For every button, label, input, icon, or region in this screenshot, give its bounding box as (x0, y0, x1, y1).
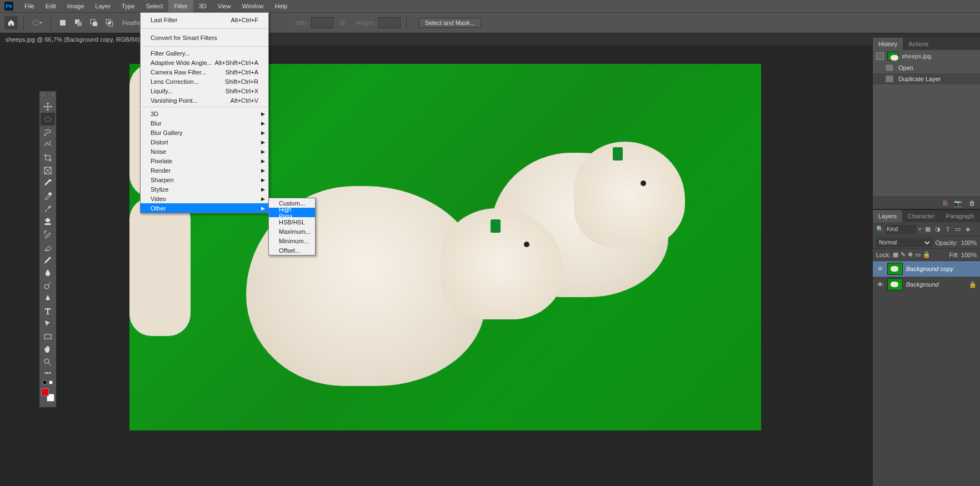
rectangle-tool[interactable] (41, 330, 55, 343)
dodge-tool[interactable] (41, 279, 55, 292)
history-step-open[interactable]: Open (873, 62, 980, 73)
filter-adjust-icon[interactable]: ◑ (934, 226, 942, 233)
document-tab[interactable]: sheeps.jpg @ 66,7% (Background copy, RGB… (0, 33, 158, 46)
menu-stylize-sub[interactable]: Stylize▶ (141, 184, 268, 194)
swap-dimensions-icon[interactable]: ⇄ (337, 17, 349, 29)
menu-window[interactable]: Window (236, 0, 269, 12)
move-tool[interactable] (41, 100, 55, 113)
add-selection-icon[interactable] (72, 17, 84, 29)
menu-filter[interactable]: Filter (168, 0, 193, 12)
eraser-tool[interactable] (41, 241, 55, 253)
tab-history[interactable]: History (873, 38, 903, 50)
filter-shape-icon[interactable]: ▭ (954, 226, 962, 233)
filter-smart-icon[interactable]: ◈ (964, 226, 972, 233)
lock-pixels-icon[interactable]: ✎ (901, 251, 906, 258)
tab-character[interactable]: Character (902, 210, 940, 222)
menu-liquify[interactable]: Liquify...Shift+Ctrl+X (141, 86, 268, 96)
create-document-icon[interactable]: ⎘ (943, 199, 947, 207)
height-input[interactable] (378, 17, 401, 28)
foreground-color-swatch[interactable] (41, 388, 49, 396)
menu-last-filter[interactable]: Last FilterAlt+Ctrl+F (141, 13, 268, 27)
eyedropper-tool[interactable] (41, 177, 55, 189)
toolbox-header[interactable]: ››× (39, 91, 56, 98)
foreground-background-colors[interactable] (41, 388, 54, 402)
menu-edit[interactable]: Edit (40, 0, 62, 12)
history-document[interactable]: sheeps.jpg (873, 50, 980, 62)
quick-select-tool[interactable] (41, 138, 55, 151)
menu-maximum[interactable]: Maximum... (269, 227, 315, 236)
lasso-tool[interactable] (41, 126, 55, 138)
edit-toolbar[interactable]: ••• (41, 368, 55, 377)
menu-noise-sub[interactable]: Noise▶ (141, 147, 268, 156)
history-step-duplicate[interactable]: Duplicate Layer (873, 73, 980, 84)
menu-view[interactable]: View (212, 0, 237, 12)
marquee-tool[interactable] (41, 113, 55, 126)
menu-layer[interactable]: Layer (89, 0, 116, 12)
menu-image[interactable]: Image (62, 0, 90, 12)
zoom-tool[interactable] (41, 355, 55, 368)
tab-layers[interactable]: Layers (873, 210, 902, 222)
clone-stamp-tool[interactable] (41, 215, 55, 228)
new-selection-icon[interactable] (57, 17, 69, 29)
menu-type[interactable]: Type (116, 0, 141, 12)
menu-other-sub[interactable]: Other▶ (141, 203, 268, 213)
menu-blur-gallery-sub[interactable]: Blur Gallery▶ (141, 128, 268, 137)
tool-preset-picker[interactable] (29, 16, 45, 29)
healing-brush-tool[interactable] (41, 189, 55, 202)
menu-offset[interactable]: Offset... (269, 245, 315, 255)
menu-sharpen-sub[interactable]: Sharpen▶ (141, 175, 268, 184)
default-colors-icon[interactable] (42, 380, 54, 386)
select-and-mask-button[interactable]: Select and Mask... (419, 18, 482, 28)
lock-all-icon[interactable]: 🔒 (923, 251, 931, 258)
intersect-selection-icon[interactable] (103, 17, 116, 29)
filter-pixel-icon[interactable]: ▦ (924, 226, 932, 233)
width-input[interactable] (311, 17, 333, 28)
blend-mode-select[interactable]: Normal (876, 238, 932, 247)
tab-actions[interactable]: Actions (903, 38, 934, 50)
menu-blur-sub[interactable]: Blur▶ (141, 118, 268, 128)
subtract-selection-icon[interactable] (88, 17, 100, 29)
crop-tool[interactable] (41, 151, 55, 164)
delete-state-icon[interactable]: 🗑 (969, 199, 976, 207)
menu-file[interactable]: File (19, 0, 40, 12)
opacity-value[interactable]: 100% (961, 239, 977, 246)
layer-background-copy[interactable]: 👁 Background copy (873, 261, 980, 277)
menu-high-pass[interactable]: High Pass... (269, 208, 315, 217)
visibility-icon[interactable]: 👁 (876, 265, 884, 272)
hand-tool[interactable] (41, 343, 55, 355)
menu-convert-smart-filters[interactable]: Convert for Smart Filters (141, 31, 268, 44)
menu-hsb-hsl[interactable]: HSB/HSL (269, 217, 315, 227)
menu-help[interactable]: Help (269, 0, 293, 12)
path-select-tool[interactable] (41, 317, 55, 330)
menu-minimum[interactable]: Minimum... (269, 236, 315, 245)
menu-pixelate-sub[interactable]: Pixelate▶ (141, 156, 268, 166)
lock-artboard-icon[interactable]: ▭ (915, 251, 921, 258)
menu-lens-correction[interactable]: Lens Correction...Shift+Ctrl+R (141, 77, 268, 86)
pen-tool[interactable] (41, 292, 55, 304)
tab-paragraph[interactable]: Paragraph (940, 210, 979, 222)
filter-type-icon[interactable]: T (944, 226, 952, 233)
menu-vanishing-point[interactable]: Vanishing Point...Alt+Ctrl+V (141, 96, 268, 105)
history-brush-tool[interactable] (41, 228, 55, 241)
menu-adaptive-wide-angle[interactable]: Adaptive Wide Angle...Alt+Shift+Ctrl+A (141, 58, 268, 67)
lock-position-icon[interactable]: ✥ (908, 251, 913, 258)
menu-select[interactable]: Select (141, 0, 169, 12)
menu-render-sub[interactable]: Render▶ (141, 166, 268, 175)
fill-value[interactable]: 100% (961, 252, 977, 258)
frame-tool[interactable] (41, 164, 55, 177)
layer-background[interactable]: 👁 Background 🔒 (873, 277, 980, 292)
menu-video-sub[interactable]: Video▶ (141, 194, 268, 203)
visibility-icon[interactable]: 👁 (876, 281, 884, 288)
layer-kind-filter[interactable] (886, 225, 916, 234)
brush-tool[interactable] (41, 202, 55, 215)
home-button[interactable] (4, 16, 18, 29)
menu-3d-sub[interactable]: 3D▶ (141, 109, 268, 118)
menu-camera-raw[interactable]: Camera Raw Filter...Shift+Ctrl+A (141, 67, 268, 77)
menu-filter-gallery[interactable]: Filter Gallery... (141, 48, 268, 58)
create-snapshot-icon[interactable]: 📷 (954, 199, 962, 207)
type-tool[interactable] (41, 304, 55, 317)
menu-3d[interactable]: 3D (193, 0, 212, 12)
menu-distort-sub[interactable]: Distort▶ (141, 137, 268, 147)
gradient-tool[interactable] (41, 253, 55, 266)
lock-transparent-icon[interactable]: ▦ (893, 251, 898, 258)
